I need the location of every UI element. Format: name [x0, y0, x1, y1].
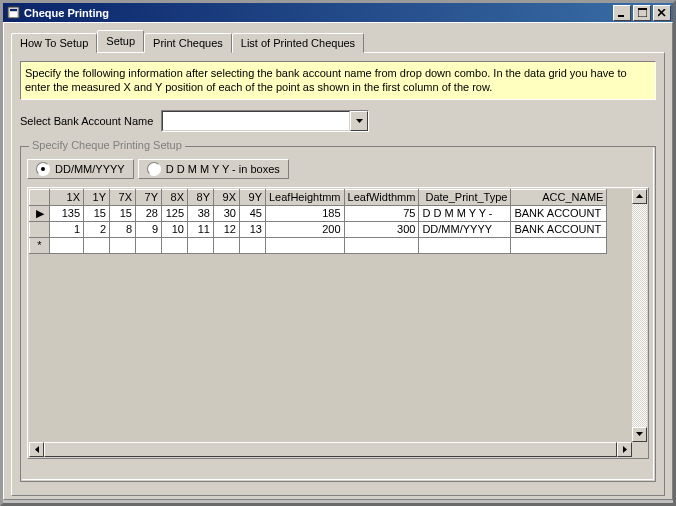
- info-text: Specify the following information after …: [20, 61, 656, 100]
- grid-cell[interactable]: [344, 237, 419, 253]
- grid-cell[interactable]: 2: [84, 221, 110, 237]
- grid-cell[interactable]: [266, 237, 345, 253]
- row-header[interactable]: [30, 221, 50, 237]
- svg-marker-9: [35, 446, 39, 453]
- column-header[interactable]: 7X: [110, 189, 136, 205]
- grid-cell[interactable]: 15: [84, 205, 110, 221]
- row-header[interactable]: ▶: [30, 205, 50, 221]
- grid-cell[interactable]: [162, 237, 188, 253]
- radio-label: DD/MM/YYYY: [55, 163, 125, 175]
- grid-cell[interactable]: 300: [344, 221, 419, 237]
- chevron-down-icon[interactable]: [350, 111, 368, 131]
- radio-icon: [147, 162, 161, 176]
- column-header[interactable]: LeafHeightmm: [266, 189, 345, 205]
- svg-rect-3: [618, 15, 624, 17]
- maximize-button[interactable]: [633, 5, 651, 21]
- radio-option-ddmmyyyy[interactable]: DD/MM/YYYY: [27, 159, 134, 179]
- close-button[interactable]: [653, 5, 671, 21]
- app-icon: [7, 6, 20, 19]
- svg-marker-10: [623, 446, 627, 453]
- grid-cell[interactable]: 15: [110, 205, 136, 221]
- scroll-thumb[interactable]: [44, 442, 617, 457]
- svg-rect-2: [10, 12, 17, 17]
- scroll-left-icon[interactable]: [29, 442, 44, 457]
- grid-cell[interactable]: [419, 237, 511, 253]
- column-header[interactable]: 9Y: [240, 189, 266, 205]
- grid-cell[interactable]: 12: [214, 221, 240, 237]
- grid-cell[interactable]: [84, 237, 110, 253]
- scroll-up-icon[interactable]: [632, 189, 647, 204]
- scroll-track[interactable]: [632, 204, 647, 427]
- svg-marker-12: [636, 432, 643, 436]
- grid-cell[interactable]: 125: [162, 205, 188, 221]
- horizontal-scrollbar[interactable]: [29, 442, 632, 457]
- grid-cell[interactable]: 11: [188, 221, 214, 237]
- svg-rect-5: [638, 8, 647, 10]
- svg-marker-11: [636, 194, 643, 198]
- data-grid[interactable]: 1X1Y7X7Y8X8Y9X9YLeafHeightmmLeafWidthmmD…: [27, 187, 649, 459]
- grid-cell[interactable]: 28: [136, 205, 162, 221]
- grid-cell[interactable]: 13: [240, 221, 266, 237]
- bank-account-combo[interactable]: [161, 110, 369, 132]
- column-header[interactable]: 1X: [50, 189, 84, 205]
- column-header[interactable]: LeafWidthmm: [344, 189, 419, 205]
- radio-label: D D M M Y Y - in boxes: [166, 163, 280, 175]
- column-header[interactable]: Date_Print_Type: [419, 189, 511, 205]
- grid-cell[interactable]: 9: [136, 221, 162, 237]
- tab-list-of-printed-cheques[interactable]: List of Printed Cheques: [232, 33, 364, 53]
- bank-account-input[interactable]: [162, 111, 350, 131]
- grid-cell[interactable]: 10: [162, 221, 188, 237]
- column-header[interactable]: 8X: [162, 189, 188, 205]
- grid-cell[interactable]: 30: [214, 205, 240, 221]
- grid-cell[interactable]: 135: [50, 205, 84, 221]
- grid-cell[interactable]: [240, 237, 266, 253]
- minimize-button[interactable]: [613, 5, 631, 21]
- column-header[interactable]: 9X: [214, 189, 240, 205]
- grid-cell[interactable]: 185: [266, 205, 345, 221]
- grid-cell[interactable]: 45: [240, 205, 266, 221]
- grid-cell[interactable]: [50, 237, 84, 253]
- radio-option-boxes[interactable]: D D M M Y Y - in boxes: [138, 159, 289, 179]
- svg-marker-8: [356, 119, 363, 123]
- grid-cell[interactable]: 75: [344, 205, 419, 221]
- tab-setup[interactable]: Setup: [97, 30, 144, 52]
- radio-icon: [36, 162, 50, 176]
- column-header[interactable]: 8Y: [188, 189, 214, 205]
- grid-cell[interactable]: [511, 237, 607, 253]
- grid-cell[interactable]: 38: [188, 205, 214, 221]
- grid-cell[interactable]: [188, 237, 214, 253]
- grid-cell[interactable]: D D M M Y Y -: [419, 205, 511, 221]
- bank-label: Select Bank Account Name: [20, 115, 153, 127]
- row-selector-header[interactable]: [30, 189, 50, 205]
- grid-cell[interactable]: 8: [110, 221, 136, 237]
- grid-cell[interactable]: 1: [50, 221, 84, 237]
- tab-how-to-setup[interactable]: How To Setup: [11, 33, 97, 53]
- column-header[interactable]: 7Y: [136, 189, 162, 205]
- column-header[interactable]: 1Y: [84, 189, 110, 205]
- scroll-down-icon[interactable]: [632, 427, 647, 442]
- grid-cell[interactable]: 200: [266, 221, 345, 237]
- scroll-right-icon[interactable]: [617, 442, 632, 457]
- grid-cell[interactable]: DD/MM/YYYY: [419, 221, 511, 237]
- grid-cell[interactable]: [214, 237, 240, 253]
- grid-cell[interactable]: [110, 237, 136, 253]
- grid-cell[interactable]: [136, 237, 162, 253]
- column-header[interactable]: ACC_NAME: [511, 189, 607, 205]
- grid-cell[interactable]: BANK ACCOUNT: [511, 205, 607, 221]
- tab-print-cheques[interactable]: Print Cheques: [144, 33, 232, 53]
- window-title: Cheque Printing: [24, 7, 109, 19]
- new-row-marker[interactable]: *: [30, 237, 50, 253]
- scroll-corner: [632, 442, 647, 457]
- svg-rect-1: [10, 9, 17, 11]
- groupbox-title: Specify Cheque Printing Setup: [29, 139, 185, 151]
- vertical-scrollbar[interactable]: [632, 189, 647, 442]
- grid-cell[interactable]: BANK ACCOUNT: [511, 221, 607, 237]
